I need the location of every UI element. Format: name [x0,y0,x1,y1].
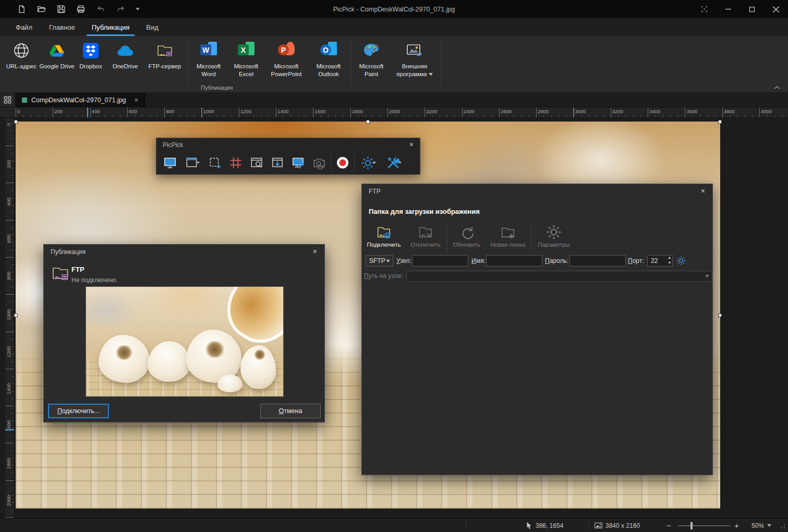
settings-gear-icon[interactable] [356,153,381,173]
zoom-slider-handle[interactable] [690,522,693,529]
tab-view[interactable]: Вид [138,18,167,36]
image-preview [86,286,284,397]
zoom-in-button[interactable]: + [734,518,739,532]
cancel-button[interactable]: Отмена [260,404,321,418]
connect-button-label: Подключить... [57,407,100,415]
ribbon-item-powerpoint[interactable]: P Microsoft PowerPoint [264,38,308,78]
open-file-icon[interactable] [35,4,47,15]
image-editor-icon[interactable] [288,153,309,173]
window-control-capture-icon[interactable] [267,153,288,173]
ribbon-item-url[interactable]: URL-адрес [4,38,39,70]
ftp-connect-label: Подключить [367,241,401,248]
selection-handle-top-center[interactable] [366,120,370,124]
zoom-out-button[interactable]: − [666,518,671,532]
horizontal-ruler[interactable]: 0200400600800100012001400160018002000220… [0,107,788,118]
port-spinner[interactable] [666,256,673,265]
password-input[interactable] [569,255,626,267]
ribbon-item-ftp-server[interactable]: FTP-сервер [144,38,186,70]
maximize-button[interactable] [740,0,764,18]
ftp-dialog[interactable]: FTP × Папка для загрузки изображения Под… [361,184,713,475]
repeat-last-capture-icon[interactable] [309,153,330,173]
redo-icon[interactable] [115,4,126,15]
zoom-slider[interactable] [678,525,730,526]
ribbon-item-excel[interactable]: X Microsoft Excel [228,38,264,78]
snip-mode-icon[interactable] [692,0,716,18]
quick-access-dropdown-icon[interactable] [135,4,141,15]
print-icon[interactable] [75,4,87,15]
scrolling-window-capture-icon[interactable] [246,153,267,173]
active-window-capture-icon[interactable] [180,153,204,173]
ribbon-item-dropbox[interactable]: Dropbox [75,38,106,70]
collapse-ribbon-icon[interactable] [773,85,781,90]
path-combobox[interactable] [406,271,712,282]
undo-icon[interactable] [95,4,106,15]
ribbon-item-word[interactable]: W Microsoft Word [189,38,228,78]
tab-home[interactable]: Главное [41,18,83,36]
ftp-disconnect-label: Отключить [410,241,441,248]
selection-handle-middle-left[interactable] [14,313,18,317]
zoom-level-value: 50% [751,522,764,529]
zoom-level[interactable]: 50% [751,518,771,532]
protocol-value: SFTP [369,257,385,264]
ftp-disconnect-button[interactable]: Отключить [405,222,446,253]
toolbar-separator [447,224,447,252]
garlic-stem [205,341,225,358]
close-button[interactable] [764,0,788,18]
save-icon[interactable] [55,4,67,15]
ftp-folder-icon [51,264,70,282]
host-input[interactable] [412,255,468,267]
ribbon-item-outlook[interactable]: O Microsoft Outlook [308,38,349,78]
ruler-label: 400 [6,198,11,206]
region-capture-icon[interactable] [204,153,225,173]
minimize-button[interactable] [716,0,740,18]
vertical-ruler[interactable]: 0200400600800100012001400160018002000 [5,118,15,518]
picpick-toolbar-close-icon[interactable]: × [409,140,414,149]
ftp-options-label: Параметры [538,241,569,248]
resize-grip[interactable] [780,524,785,529]
ftp-refresh-button[interactable]: Обновить [448,222,486,253]
fixed-region-capture-icon[interactable] [225,153,246,173]
ribbon: URL-адрес Google Drive Dropbox OneDrive … [0,36,788,93]
publish-connection-status: Не подключено [71,276,116,284]
google-drive-icon [49,40,65,61]
ribbon-item-paint[interactable]: Microsoft Paint [353,38,390,78]
publish-dialog[interactable]: Публикация × FTP Не подключено Подключит… [43,244,325,422]
document-icon [22,98,27,103]
new-file-icon[interactable] [16,4,27,15]
document-tab[interactable]: CompDeskWalCol-2970_071.jpg × [16,93,145,107]
ftp-dialog-close-icon[interactable]: × [701,187,705,195]
tab-file[interactable]: Файл [7,18,41,36]
ruler-label: 1200 [6,346,11,357]
connect-button[interactable]: Подключить... [48,404,109,418]
tab-close-icon[interactable]: × [135,96,139,104]
protocol-select[interactable]: SFTP [366,255,393,267]
user-input[interactable] [486,255,542,267]
selection-handle-top-right[interactable] [718,120,722,124]
fullscreen-capture-icon[interactable] [160,153,180,173]
ftp-dialog-title: FTP [369,188,381,195]
ruler-label: 600 [129,108,137,114]
ribbon-item-google-drive[interactable]: Google Drive [39,38,75,70]
ftp-options-button[interactable]: Параметры [532,222,576,253]
picpick-floating-toolbar[interactable]: PicPick × [156,138,420,175]
onedrive-icon [116,40,135,61]
ribbon-item-external-program[interactable]: Внешняя программа [390,38,439,78]
external-program-icon [406,40,423,61]
toolbar-separator [531,224,531,252]
ftp-new-folder-button[interactable]: Новая папка [486,222,530,253]
selection-handle-top-left[interactable] [14,120,18,124]
publish-dialog-title: Публикация [51,248,86,256]
thumbnail-view-icon[interactable] [0,93,16,107]
tools-icon[interactable] [381,153,407,173]
ftp-connect-button[interactable]: Подключить [363,222,405,253]
ruler-label: 3400 [649,108,660,114]
image-size-value: 3840 x 2160 [605,522,640,529]
connection-settings-gear-icon[interactable] [676,256,686,266]
toolbar-separator [354,154,355,172]
selection-handle-middle-right[interactable] [718,313,722,317]
tab-share[interactable]: Публикация [83,18,138,36]
microsoft-powerpoint-icon: P [277,40,296,61]
ribbon-item-onedrive[interactable]: OneDrive [106,38,144,70]
screen-recorder-icon[interactable] [332,153,353,173]
publish-dialog-close-icon[interactable]: × [313,247,317,256]
